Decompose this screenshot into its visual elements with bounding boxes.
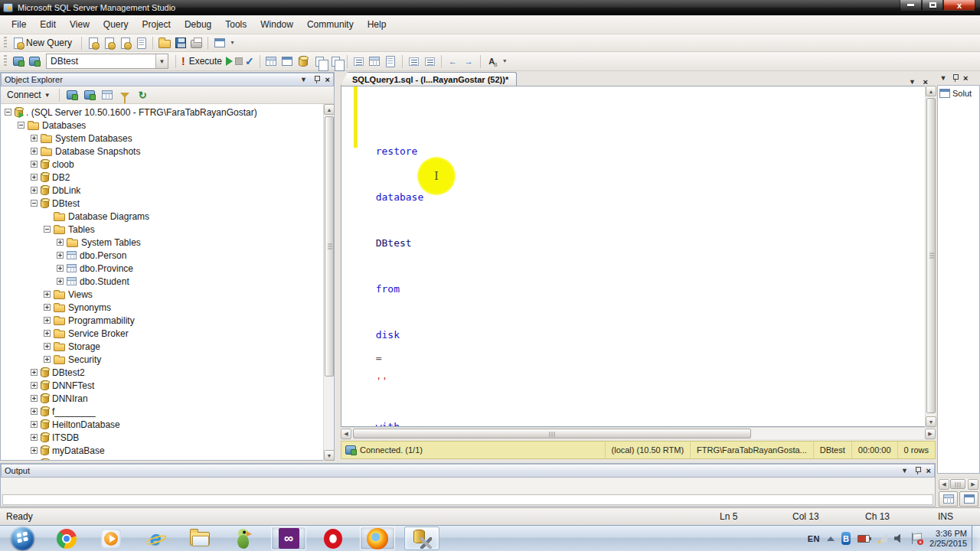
decrease-indent-icon[interactable]: [446, 54, 460, 69]
close-panel-icon[interactable]: ×: [926, 467, 931, 474]
tree-item[interactable]: DB2: [2, 171, 324, 184]
menu-item[interactable]: Edit: [33, 16, 63, 33]
menu-item[interactable]: Debug: [178, 16, 218, 33]
tree-item[interactable]: Database Diagrams: [2, 210, 324, 223]
tree-expander-icon[interactable]: [44, 317, 51, 324]
tree-item[interactable]: Security: [2, 353, 324, 366]
print-icon[interactable]: [189, 36, 204, 51]
tree-item[interactable]: dbo.Student: [2, 275, 324, 288]
scroll-down-icon[interactable]: ▼: [926, 416, 936, 427]
tree-expander-icon[interactable]: [31, 174, 38, 181]
scroll-right-icon[interactable]: ▶: [968, 479, 978, 490]
solution-explorer-item[interactable]: Solut: [938, 86, 979, 101]
network-icon[interactable]: [877, 534, 887, 543]
change-connection-icon[interactable]: [27, 54, 41, 69]
analysis-xmla-query-icon[interactable]: [134, 36, 149, 51]
menu-item[interactable]: Window: [253, 16, 300, 33]
menu-item[interactable]: Tools: [218, 16, 253, 33]
auto-hide-pin-icon[interactable]: [914, 466, 922, 475]
menu-item[interactable]: Community: [300, 16, 361, 33]
solution-explorer-tab[interactable]: [939, 491, 958, 507]
tree-item[interactable]: System Databases: [2, 132, 324, 145]
action-center-flag-icon[interactable]: x: [911, 533, 922, 545]
properties-window-tab[interactable]: [959, 491, 978, 507]
tree-expander-icon[interactable]: [31, 395, 38, 402]
toolbar-overflow-icon[interactable]: ▾: [228, 37, 237, 50]
tree-expander-icon[interactable]: [5, 109, 11, 116]
tree-expander-icon[interactable]: [31, 421, 38, 428]
debug-play-icon[interactable]: [226, 57, 233, 66]
tree-item[interactable]: Storage: [2, 340, 324, 353]
language-indicator[interactable]: EN: [808, 534, 820, 543]
file-explorer-icon[interactable]: [182, 527, 217, 550]
tree-expander-icon[interactable]: [44, 343, 51, 350]
maximize-button[interactable]: [922, 0, 943, 11]
tree-item[interactable]: ITSDB: [2, 431, 324, 444]
tree-expander-icon[interactable]: [31, 369, 38, 376]
results-to-text-icon[interactable]: [351, 54, 366, 69]
tree-expander-icon[interactable]: [31, 161, 38, 168]
analyze-in-dta-icon[interactable]: [280, 54, 295, 69]
tree-item[interactable]: DbLink: [2, 184, 324, 197]
analysis-mdx-query-icon[interactable]: [102, 36, 116, 51]
tree-item[interactable]: Service Broker: [2, 327, 324, 340]
close-button[interactable]: x: [943, 0, 975, 11]
design-query-icon[interactable]: [296, 54, 311, 69]
window-position-icon[interactable]: ▼: [299, 76, 309, 83]
tree-expander-icon[interactable]: [44, 356, 51, 363]
tree-expander-icon[interactable]: [57, 278, 64, 285]
tree-item[interactable]: Synonyms: [2, 301, 324, 314]
start-button[interactable]: [5, 527, 40, 550]
query-document-tab[interactable]: SQLQuery1.sql - (l...RayanGostar (52))*: [341, 72, 517, 86]
battery-icon[interactable]: [858, 535, 870, 543]
scroll-left-icon[interactable]: ◀: [939, 479, 949, 490]
include-actual-plan-icon[interactable]: [328, 54, 343, 69]
active-files-dropdown-icon[interactable]: ▼: [908, 78, 917, 86]
tree-item[interactable]: Views: [2, 288, 324, 301]
oe-stop-icon[interactable]: [100, 88, 115, 103]
tree-item[interactable]: dbo.Person: [2, 249, 324, 262]
tree-item[interactable]: DBtest2: [2, 366, 324, 379]
scroll-up-icon[interactable]: ▲: [926, 86, 936, 96]
tree-item[interactable]: MyDNN: [2, 457, 324, 460]
bluetooth-icon[interactable]: B: [841, 532, 851, 545]
tree-item[interactable]: Database Snapshots: [2, 145, 324, 158]
tree-expander-icon[interactable]: [31, 148, 38, 155]
toolbar-grip[interactable]: [4, 37, 7, 49]
firefox-icon[interactable]: [360, 527, 395, 550]
new-query-button[interactable]: New Query: [11, 36, 77, 51]
tree-item[interactable]: Programmability: [2, 314, 324, 327]
menu-item[interactable]: Help: [361, 16, 394, 33]
oe-connect-object-icon[interactable]: [65, 88, 80, 103]
tree-item[interactable]: DBtest: [2, 197, 324, 210]
taskbar-clock[interactable]: 3:36 PM 2/25/2015: [925, 529, 972, 549]
connect-icon[interactable]: [11, 54, 25, 69]
tree-expander-icon[interactable]: [31, 187, 38, 194]
execute-button[interactable]: Execute: [188, 56, 224, 67]
tree-item[interactable]: Databases: [2, 119, 324, 132]
scroll-up-icon[interactable]: ▲: [324, 104, 335, 115]
tree-item[interactable]: . (SQL Server 10.50.1600 - FTRG\FaraTabR…: [2, 106, 324, 119]
new-database-engine-query-icon[interactable]: [86, 36, 100, 51]
database-combobox[interactable]: DBtest ▼: [46, 54, 168, 69]
auto-hide-pin-icon[interactable]: [313, 75, 321, 84]
oe-refresh-icon[interactable]: [136, 88, 150, 103]
tree-item[interactable]: dbo.Province: [2, 262, 324, 275]
opera-icon[interactable]: [315, 527, 351, 550]
comment-selection-icon[interactable]: [407, 54, 421, 69]
uncomment-selection-icon[interactable]: [423, 54, 437, 69]
tree-expander-icon[interactable]: [31, 200, 38, 207]
tree-expander-icon[interactable]: [57, 265, 64, 272]
show-desktop-button[interactable]: [972, 526, 980, 551]
media-player-icon[interactable]: [93, 527, 129, 550]
sql-code-editor[interactable]: restore database DBtest from disk = '' w…: [341, 86, 936, 427]
tree-expander-icon[interactable]: [44, 226, 51, 233]
scroll-right-icon[interactable]: ▶: [925, 429, 936, 439]
panel-splitter[interactable]: [335, 72, 341, 461]
parse-icon[interactable]: ✓: [245, 55, 254, 67]
editor-horizontal-scrollbar[interactable]: ◀ ▶: [341, 427, 936, 439]
change-case-icon[interactable]: [485, 54, 499, 69]
tree-expander-icon[interactable]: [31, 135, 38, 142]
tree-expander-icon[interactable]: [31, 382, 38, 389]
tree-expander-icon[interactable]: [44, 291, 51, 298]
